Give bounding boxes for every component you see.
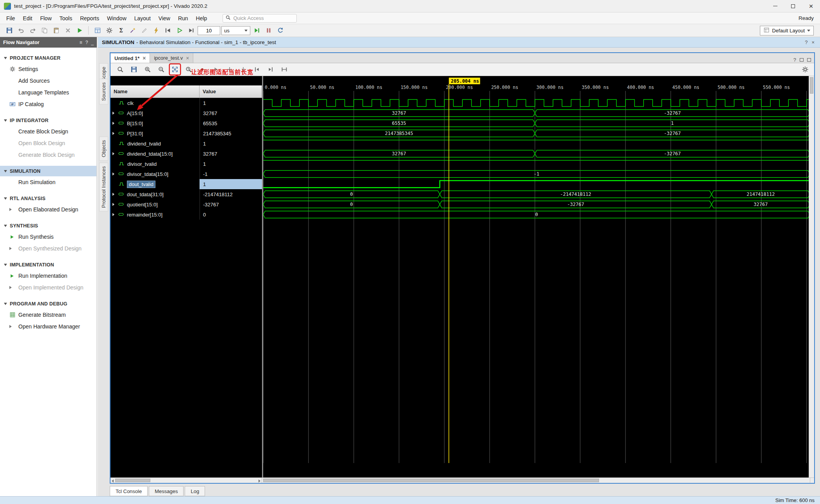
signal-name-cell[interactable]: A[15:0] [111,108,200,118]
zoomin-button[interactable] [143,64,153,75]
signal-name-cell[interactable]: dout_tvalid [111,179,200,189]
menu-window[interactable]: Window [103,14,130,23]
flow-section-header-program-and-debug[interactable]: PROGRAM AND DEBUG [0,298,96,309]
side-tab-protocol-instances[interactable]: Protocol Instances [99,163,108,211]
menu-file[interactable]: File [2,14,19,23]
copy-button[interactable] [39,25,50,36]
signal-row-b-15-0[interactable]: B[15:0]65535 [111,118,262,128]
menu-edit[interactable]: Edit [19,14,36,23]
maximize-icon[interactable] [807,58,811,62]
menu-layout[interactable]: Layout [130,14,155,23]
flow-item-ip-catalog[interactable]: IPIP Catalog [0,98,96,110]
flow-item-open-hardware-manager[interactable]: Open Hardware Manager [0,321,96,332]
signal-name-cell[interactable]: dividend_tdata[15:0] [111,149,200,159]
flow-item-run-implementation[interactable]: Run Implementation [0,270,96,282]
console-tab-log[interactable]: Log [185,486,205,496]
signal-name-cell[interactable]: remainder[15:0] [111,209,200,220]
flow-item-open-elaborated-design[interactable]: Open Elaborated Design [0,204,96,215]
zoomout-button[interactable] [156,64,166,75]
close-icon[interactable] [143,55,146,61]
close-icon[interactable] [802,0,820,12]
delete-button[interactable] [62,25,73,36]
signal-row-dout-tvalid[interactable]: dout_tvalid1 [111,179,262,189]
signal-name-cell[interactable]: divisor_tvalid [111,159,200,169]
signal-name-cell[interactable]: dout_tdata[31:0] [111,189,200,199]
menu-view[interactable]: View [155,14,174,23]
waveform-svg[interactable]: 0.000 ns50.000 ns100.000 ns150.000 ns200… [263,76,810,479]
menu-help[interactable]: Help [192,14,211,23]
layout-select[interactable]: Default Layout [760,26,814,35]
pause-button[interactable] [263,25,274,36]
undo-button[interactable] [16,25,26,36]
gright-button[interactable] [266,64,276,75]
restart-button[interactable] [162,25,173,36]
signal-value-cell[interactable]: 65535 [200,118,262,128]
signal-value-cell[interactable]: 1 [200,138,262,149]
run-button[interactable] [74,25,85,36]
redo-button[interactable] [27,25,38,36]
minimize-icon[interactable] [766,0,784,12]
toolbar-toggle-icon[interactable]: ≡ [80,40,82,45]
console-tab-tcl-console[interactable]: Tcl Console [110,486,148,496]
menu-run[interactable]: Run [174,14,192,23]
play-button[interactable] [174,25,185,36]
console-tab-messages[interactable]: Messages [149,486,184,496]
flow-section-header-rtl-analysis[interactable]: RTL ANALYSIS [0,193,96,204]
signal-value-cell[interactable]: 1 [200,179,262,189]
wave-hscrollbar[interactable] [262,478,810,483]
probe-button[interactable] [151,25,161,36]
signal-row-divisor-tvalid[interactable]: divisor_tvalid1 [111,159,262,169]
signal-row-quotient-15-0[interactable]: quotient[15:0]-32767 [111,199,262,209]
name-column-header[interactable]: Name [111,85,200,98]
time-unit-select[interactable]: us [221,26,250,35]
flow-section-header-simulation[interactable]: SIMULATION [0,166,96,176]
flow-item-open-implemented-design[interactable]: Open Implemented Design [0,282,96,293]
expand-icon[interactable] [112,172,114,176]
interval-button[interactable] [279,64,289,75]
signal-row-dout-tdata-31-0[interactable]: dout_tdata[31:0]-2147418112 [111,189,262,199]
expand-icon[interactable] [112,203,114,206]
save-button[interactable] [4,25,14,36]
edit-button[interactable] [139,25,150,36]
expand-icon[interactable] [112,132,114,135]
wand-button[interactable] [127,25,138,36]
menu-reports[interactable]: Reports [76,14,103,23]
value-column-header[interactable]: Value [200,85,262,98]
signal-name-cell[interactable]: dividend_tvalid [111,138,200,149]
signal-row-divisor-tdata-15-0[interactable]: divisor_tdata[15:0]-1 [111,169,262,179]
side-tab-objects[interactable]: Objects [99,137,108,161]
signal-name-cell[interactable]: clk [111,98,200,108]
signal-name-cell[interactable]: divisor_tdata[15:0] [111,169,200,179]
help-icon[interactable]: ? [805,39,808,45]
settings-button[interactable] [800,64,810,75]
tab-untitled-1[interactable]: Untitled 1* [111,53,150,63]
flow-section-header-ip-integrator[interactable]: IP INTEGRATOR [0,115,96,126]
runfor-button[interactable] [251,25,262,36]
run-time-input[interactable] [198,26,220,35]
signal-row-dividend-tvalid[interactable]: dividend_tvalid1 [111,138,262,149]
minimize-panel-icon[interactable]: _ [91,40,94,45]
scroll-right-icon[interactable] [258,479,260,483]
names-hscrollbar[interactable] [111,478,262,483]
side-tab-sources[interactable]: Sources [99,79,108,105]
flow-section-header-project-manager[interactable]: PROJECT MANAGER [0,53,96,63]
signal-value-cell[interactable]: -32767 [200,199,262,209]
settings-button[interactable] [104,25,114,36]
signal-value-cell[interactable]: 1 [200,98,262,108]
search-button[interactable] [115,64,125,75]
signal-row-remainder-15-0[interactable]: remainder[15:0]0 [111,209,262,220]
signal-value-cell[interactable]: -1 [200,169,262,179]
signal-value-cell[interactable]: 32767 [200,149,262,159]
flow-item-open-synthesized-design[interactable]: Open Synthesized Design [0,243,96,254]
tab-ipcore-test-v[interactable]: ipcore_test.v [150,53,193,63]
vertical-scrollbar[interactable] [809,76,814,479]
signal-value-cell[interactable]: 32767 [200,108,262,118]
flow-item-generate-block-design[interactable]: Generate Block Design [0,149,96,161]
signal-name-cell[interactable]: B[15:0] [111,118,200,128]
expand-icon[interactable] [112,112,114,115]
flow-item-open-block-design[interactable]: Open Block Design [0,137,96,149]
flow-item-create-block-design[interactable]: Create Block Design [0,126,96,137]
flow-section-header-implementation[interactable]: IMPLEMENTATION [0,259,96,270]
signal-row-p-31-0[interactable]: P[31:0]2147385345 [111,128,262,138]
menu-flow[interactable]: Flow [36,14,56,23]
